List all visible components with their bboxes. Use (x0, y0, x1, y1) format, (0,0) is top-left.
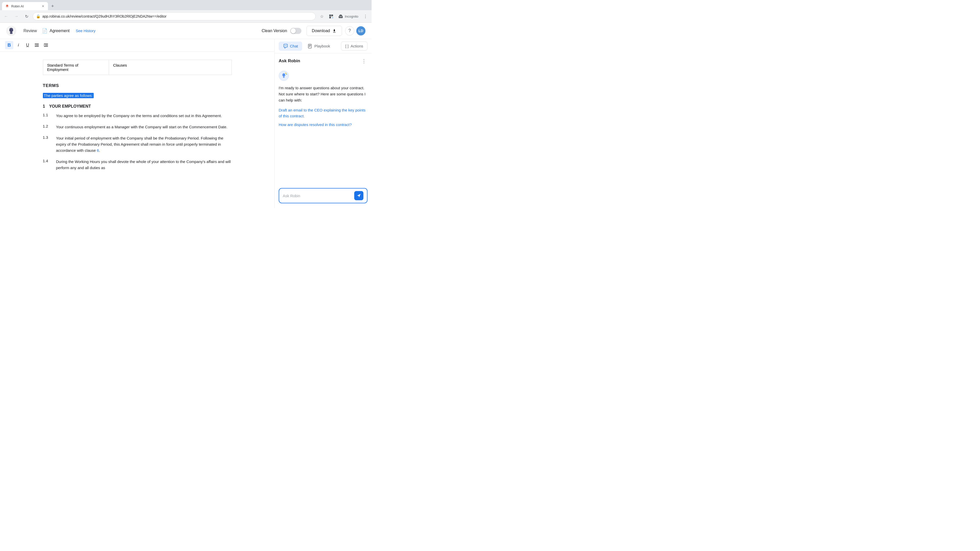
chat-icon (283, 44, 288, 49)
svg-point-27 (285, 73, 286, 74)
svg-rect-10 (333, 32, 336, 33)
back-btn[interactable]: ← (2, 12, 10, 21)
header-doc: 📄 Agreement (42, 28, 69, 34)
document-content[interactable]: Standard Terms ofEmployment Clauses TERM… (22, 52, 252, 184)
chat-input[interactable] (283, 194, 352, 198)
chat-panel: Ask Robin ⋮ (275, 53, 372, 208)
tab-actions-label: Actions (351, 44, 363, 48)
table-cell-clauses: Clauses (109, 60, 231, 75)
svg-point-17 (285, 45, 285, 46)
underline-btn[interactable]: U (24, 41, 32, 49)
clause-1-2: 1.2 Your continuous employment as a Mana… (43, 124, 232, 130)
address-bar[interactable]: 🔒 app.robinai.co.uk/review/contract/Q29u… (33, 12, 316, 21)
active-tab[interactable]: Robin AI ✕ (2, 2, 48, 10)
tab-favicon (5, 4, 9, 8)
new-tab-btn[interactable]: + (49, 3, 56, 10)
more-btn[interactable]: ⋮ (361, 12, 369, 21)
employment-table: Standard Terms ofEmployment Clauses (43, 60, 232, 75)
right-panel-tabs: Chat Playbook [ ] Actions (275, 39, 372, 53)
svg-point-19 (286, 45, 286, 46)
nav-right-actions: ☆ Incognito ⋮ (318, 12, 369, 21)
right-panel: Chat Playbook [ ] Actions (275, 39, 372, 208)
clause-1-3-text: Your initial period of employment with t… (56, 135, 232, 154)
svg-rect-11 (35, 44, 39, 44)
tab-close-btn[interactable]: ✕ (41, 4, 45, 8)
extensions-btn[interactable] (327, 12, 335, 21)
svg-rect-1 (329, 14, 331, 16)
app-logo (6, 26, 16, 36)
svg-rect-15 (45, 45, 48, 45)
send-icon (356, 193, 361, 198)
url-text: app.robinai.co.uk/review/contract/Q29udH… (42, 14, 312, 18)
svg-point-25 (283, 75, 284, 75)
url-lock-icon: 🔒 (36, 14, 40, 18)
svg-rect-12 (36, 45, 39, 45)
clean-version-toggle[interactable] (290, 28, 301, 34)
clause-1-4: 1.4 During the Working Hours you shall d… (43, 159, 232, 171)
doc-icon: 📄 (42, 28, 48, 34)
tab-playbook-label: Playbook (314, 44, 330, 48)
reload-btn[interactable]: ↻ (22, 12, 30, 21)
tab-chat-label: Chat (290, 44, 298, 48)
tab-actions[interactable]: [ ] Actions (341, 41, 368, 51)
chat-input-wrapper (279, 188, 368, 203)
clean-version-label: Clean Version (262, 29, 287, 33)
section1-num: 1 (43, 104, 45, 109)
download-label: Download (312, 29, 330, 33)
more-options-btn[interactable]: ⋮ (360, 57, 368, 65)
indent-decrease-btn[interactable] (33, 41, 41, 49)
table-col1-text: Standard Terms ofEmployment (47, 63, 78, 72)
review-btn[interactable]: Review (21, 27, 40, 35)
parties-agree-text: The parties agree as follows: (43, 94, 232, 98)
robin-avatar-icon (279, 71, 289, 81)
clause-1-4-num: 1.4 (43, 159, 50, 171)
bookmark-btn[interactable]: ☆ (318, 12, 326, 21)
app-header: Review 📄 Agreement See History Clean Ver… (0, 23, 372, 39)
table-col2-text: Clauses (113, 63, 127, 67)
editor-toolbar: B i U (0, 39, 274, 52)
table-cell-terms: Standard Terms ofEmployment (43, 60, 109, 75)
clause-1-2-num: 1.2 (43, 124, 50, 130)
user-avatar[interactable]: LD (356, 26, 366, 35)
browser-tabs: Robin AI ✕ + (0, 0, 372, 10)
svg-rect-13 (35, 46, 39, 47)
help-btn[interactable]: ? (345, 26, 354, 35)
svg-point-28 (286, 74, 287, 75)
incognito-label: Incognito (345, 14, 358, 18)
clause-1-1-num: 1.1 (43, 113, 50, 119)
robin-avatar-container (279, 71, 368, 85)
bold-btn[interactable]: B (5, 41, 13, 49)
browser-nav: ← → ↻ 🔒 app.robinai.co.uk/review/contrac… (0, 10, 372, 22)
clean-version-section: Clean Version (262, 28, 301, 34)
svg-point-26 (284, 75, 285, 75)
svg-point-9 (11, 30, 13, 30)
tab-title: Robin AI (11, 4, 39, 8)
forward-btn[interactable]: → (12, 12, 21, 21)
suggestion-1[interactable]: Draft an email to the CEO explaining the… (279, 107, 368, 119)
see-history-btn[interactable]: See History (73, 27, 99, 35)
chat-send-btn[interactable] (354, 191, 363, 200)
svg-rect-3 (329, 17, 331, 18)
clause-6-link[interactable]: 6 (97, 148, 99, 152)
clause-1-4-text: During the Working Hours you shall devot… (56, 159, 232, 171)
table-row: Standard Terms ofEmployment Clauses (43, 60, 231, 75)
tab-chat[interactable]: Chat (279, 41, 302, 51)
svg-rect-23 (309, 46, 310, 47)
clause-1-3: 1.3 Your initial period of employment wi… (43, 135, 232, 154)
svg-point-18 (285, 45, 286, 46)
editor-panel[interactable]: B i U (0, 39, 275, 208)
indent-increase-btn[interactable] (42, 41, 50, 49)
svg-point-5 (340, 16, 340, 17)
suggestion-2[interactable]: How are disputes resolved in this contra… (279, 122, 368, 128)
italic-btn[interactable]: i (14, 41, 22, 49)
svg-rect-14 (44, 44, 48, 44)
svg-rect-20 (308, 44, 311, 48)
download-icon (332, 29, 337, 33)
highlighted-text: The parties agree as follows: (43, 93, 94, 98)
doc-title: Agreement (49, 29, 69, 33)
incognito-btn[interactable]: Incognito (336, 13, 360, 20)
chat-messages: I'm ready to answer questions about your… (279, 68, 368, 186)
download-btn[interactable]: Download (307, 26, 342, 36)
tab-playbook[interactable]: Playbook (303, 41, 334, 51)
actions-bracket-icon: [ ] (345, 44, 348, 48)
